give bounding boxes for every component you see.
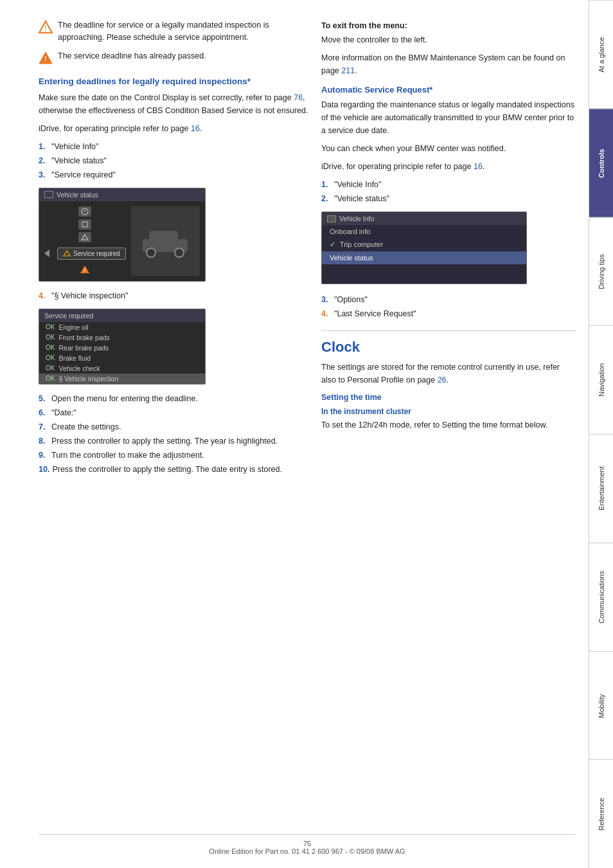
auto-service-heading: Automatic Service Request* [321,85,576,95]
page-number: 75 [303,840,311,847]
body-text-inspections-2: iDrive, for operating principle refer to… [39,122,308,135]
svc-item-1: OK Engine oil [39,322,205,332]
svc-item-3: OK Rear brake pads [39,343,205,353]
exit-heading: To exit from the menu: [321,19,576,32]
section-divider [321,330,576,331]
warning-block-1: ! The deadline for service or a legally … [39,19,308,44]
screen-icon [44,191,53,198]
body-text-inspections-1: Make sure the date on the Control Displa… [39,91,308,117]
step-4-text: "§ Vehicle inspection" [51,289,128,302]
sidebar-tab-navigation[interactable]: Navigation [589,325,613,434]
exit-text: Move the controller to the left. [321,33,576,46]
svg-rect-12 [149,231,178,242]
veh-screen-title-text: Vehicle status [57,191,98,199]
veh-info-onboard: Onboard info [322,225,526,238]
svg-text:!: ! [44,55,46,64]
sidebar-tab-driving-tips[interactable]: Driving tips [589,217,613,326]
link-page-211[interactable]: 211 [341,66,355,75]
section-heading-inspections: Entering deadlines for legally required … [39,77,308,86]
list-item-6: 6."Date:" [39,406,308,419]
sidebar-tab-communications[interactable]: Communications [589,543,613,651]
sidebar-tab-entertainment[interactable]: Entertainment [589,434,613,543]
warning-symbol-icon: ! [80,265,90,274]
warning-approaching-icon: ! [39,20,53,34]
list-item-5: 5.Open the menu for entering the deadlin… [39,392,308,405]
more-info-text: More information on the BMW Maintenance … [321,51,576,77]
veh-screen-body: Service required ! [39,201,205,281]
right-column: To exit from the menu: Move the controll… [321,19,576,821]
right-list-item-4: 4."Last Service Request" [321,307,576,320]
svc-item-4: OK Brake fluid [39,353,205,363]
list-item-8: 8.Press the controller to apply the sett… [39,435,308,448]
clock-heading: Clock [321,339,576,356]
list-item-1: 1."Vehicle Info" [39,140,308,153]
list-item-10: 10.Press the controller to apply the set… [39,463,308,476]
vehicle-photo [131,206,200,276]
list-item-3: 3."Service required" [39,168,308,181]
list-item-4: 4. "§ Vehicle inspection" [39,289,308,302]
link-page-76[interactable]: 76 [294,93,303,102]
sidebar-tab-controls[interactable]: Controls [589,109,613,217]
auto-service-body2: You can check when your BMW center was n… [321,142,576,155]
right-list-1-2: 1."Vehicle Info" 2."Vehicle status" [321,178,576,205]
sidebar-tabs: At a glance Controls Driving tips Naviga… [589,0,613,868]
list-steps-5-10: 5.Open the menu for entering the deadlin… [39,392,308,476]
instrument-cluster-heading: In the instrument cluster [321,407,576,416]
list-item-2: 2."Vehicle status" [39,154,308,167]
veh-info-screen-icon [327,215,336,222]
instrument-cluster-body: To set the 12h/24h mode, refer to Settin… [321,419,576,431]
list-item-7: 7.Create the settings. [39,420,308,433]
warning-block-2: ! The service deadline has already passe… [39,50,308,65]
warning-text-2: The service deadline has already passed. [58,50,206,62]
svg-marker-8 [64,251,70,256]
link-page-26[interactable]: 26 [438,375,447,384]
svc-item-6: OK § Vehicle inspection [39,374,205,384]
clock-body: The settings are stored for the remote c… [321,361,576,386]
sidebar-tab-mobility[interactable]: Mobility [589,651,613,760]
svg-rect-6 [82,222,87,227]
page-footer: 75 Online Edition for Part no. 01 41 2 6… [39,834,576,855]
svg-point-13 [147,248,155,257]
warning-text-1: The deadline for service or a legally ma… [58,19,308,44]
footer-text: Online Edition for Part no. 01 41 2 600 … [209,847,405,855]
nav-arrow-left [44,249,55,258]
veh-alert-box: Service required [57,248,126,260]
vehicle-info-screen: Vehicle Info Onboard info ✓ Trip compute… [321,212,527,284]
veh-alert-text: Service required [73,250,120,257]
svc-item-2: OK Front brake pads [39,332,205,343]
link-page-16-right[interactable]: 16 [474,162,483,171]
car-silhouette [139,223,191,258]
link-page-16-left[interactable]: 16 [191,124,200,133]
setting-time-heading: Setting the time [321,393,576,402]
veh-info-title: Vehicle Info [322,212,526,225]
veh-info-trip: ✓ Trip computer [322,238,526,251]
svc-screen-title: Service required [39,309,205,322]
list-steps-1-3: 1."Vehicle Info" 2."Vehicle status" 3."S… [39,140,308,181]
veh-icon-1 [78,206,91,217]
left-column: ! The deadline for service or a legally … [39,19,308,821]
veh-info-title-text: Vehicle Info [339,215,374,222]
right-list-3-4: 3."Options" 4."Last Service Request" [321,293,576,320]
veh-info-vehicle-status: Vehicle status [322,251,526,264]
svc-item-5: OK Vehicle check [39,363,205,374]
svg-text:!: ! [84,267,86,273]
svg-marker-7 [44,249,49,257]
list-step-4: 4. "§ Vehicle inspection" [39,289,308,302]
veh-icon-3 [78,232,91,242]
warning-passed-icon: ! [39,51,53,65]
list-item-9: 9.Turn the controller to make the adjust… [39,449,308,462]
auto-service-body3: iDrive, for operating principle refer to… [321,160,576,173]
svg-point-14 [175,248,184,257]
sidebar-tab-reference[interactable]: Reference [589,759,613,868]
right-list-item-1: 1."Vehicle Info" [321,178,576,191]
service-required-screen: Service required OK Engine oil OK Front … [39,309,206,384]
veh-icon-2 [78,219,91,230]
veh-icons-col: Service required ! [44,206,126,276]
veh-screen-title: Vehicle status [39,188,205,201]
sidebar-tab-at-a-glance[interactable]: At a glance [589,0,613,109]
right-list-item-2: 2."Vehicle status" [321,192,576,205]
auto-service-body1: Data regarding the maintenance status or… [321,98,576,137]
svg-text:!: ! [44,24,46,33]
vehicle-status-screen: Vehicle status [39,188,206,282]
alert-triangle-icon [63,250,71,257]
